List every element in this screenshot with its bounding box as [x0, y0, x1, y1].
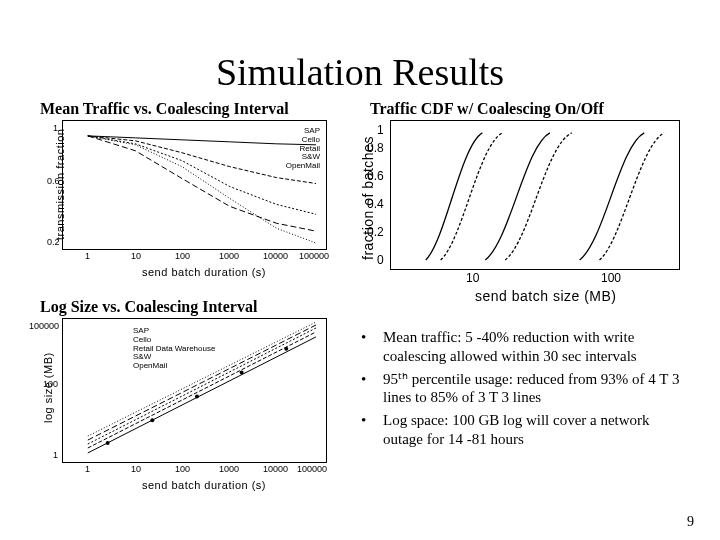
svg-point-8	[240, 371, 244, 375]
subtitle-cdf: Traffic CDF w/ Coalescing On/Off	[370, 100, 680, 118]
ylabel-bl: log size (MB)	[42, 352, 54, 423]
page-number: 9	[687, 514, 694, 530]
page-title: Simulation Results	[0, 50, 720, 94]
chart-cdf: 0 0.2 0.4 0.6 0.8 1 10 100	[390, 120, 680, 270]
bullet-1: Mean traffic: 5 -40% reduction with writ…	[383, 328, 680, 366]
svg-point-5	[106, 441, 110, 445]
legend-bl: SAP Cello Retail Data Warehouse S&W Open…	[133, 327, 215, 371]
xlabel-tl: send batch duration (s)	[142, 266, 266, 278]
subtitle-logsize: Log Size vs. Coalescing Interval	[40, 298, 327, 316]
svg-point-6	[150, 418, 154, 422]
chart-logsize: SAP Cello Retail Data Warehouse S&W Open…	[62, 318, 327, 463]
bullet-2: 95ᵗʰ percentile usage: reduced from 93% …	[383, 370, 680, 408]
bullet-list: •Mean traffic: 5 -40% reduction with wri…	[355, 328, 680, 453]
ylabel-tr: fraction of batches	[360, 136, 376, 260]
xlabel-bl: send batch duration (s)	[142, 479, 266, 491]
subtitle-mean-traffic: Mean Traffic vs. Coalescing Interval	[40, 100, 327, 118]
legend-tl: SAP Cello Retail S&W OpenMail	[286, 127, 320, 171]
bullet-3: Log space: 100 GB log will cover a netwo…	[383, 411, 680, 449]
svg-point-7	[195, 394, 199, 398]
xlabel-tr: send batch size (MB)	[475, 288, 617, 304]
ylabel-tl: transmission fraction	[54, 129, 66, 240]
svg-point-9	[284, 347, 288, 351]
chart-mean-traffic: SAP Cello Retail S&W OpenMail 0.2 0.6 1 …	[62, 120, 327, 250]
